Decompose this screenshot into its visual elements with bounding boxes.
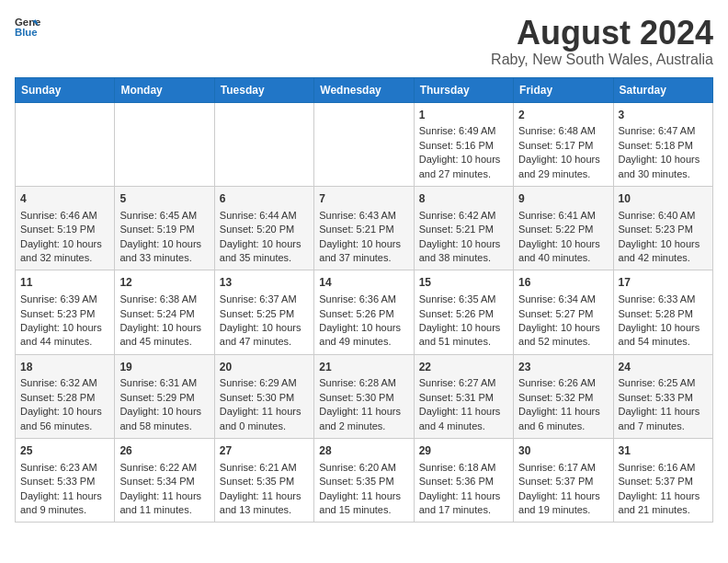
day-number: 1 bbox=[419, 108, 508, 123]
day-info: Daylight: 11 hours bbox=[518, 405, 608, 419]
header-cell-monday: Monday bbox=[115, 77, 214, 102]
day-info: Sunrise: 6:20 AM bbox=[319, 461, 408, 475]
title-block: August 2024 Raby, New South Wales, Austr… bbox=[491, 15, 713, 68]
day-number: 13 bbox=[220, 275, 309, 291]
header-row: SundayMondayTuesdayWednesdayThursdayFrid… bbox=[16, 77, 713, 102]
week-row-4: 18Sunrise: 6:32 AMSunset: 5:28 PMDayligh… bbox=[16, 354, 713, 438]
day-info: Sunset: 5:21 PM bbox=[419, 223, 508, 236]
day-info: Sunrise: 6:22 AM bbox=[119, 461, 209, 475]
day-info: Sunset: 5:36 PM bbox=[419, 475, 508, 488]
day-number: 21 bbox=[319, 360, 408, 375]
day-cell: 16Sunrise: 6:34 AMSunset: 5:27 PMDayligh… bbox=[514, 270, 613, 354]
header-cell-tuesday: Tuesday bbox=[214, 77, 313, 102]
day-info: Sunrise: 6:26 AM bbox=[518, 376, 608, 390]
header-cell-wednesday: Wednesday bbox=[314, 77, 414, 102]
calendar-subtitle: Raby, New South Wales, Australia bbox=[491, 52, 713, 68]
day-info: Sunset: 5:26 PM bbox=[319, 307, 408, 321]
calendar-table: SundayMondayTuesdayWednesdayThursdayFrid… bbox=[15, 77, 713, 523]
header-cell-thursday: Thursday bbox=[414, 77, 513, 102]
day-info: Sunrise: 6:36 AM bbox=[319, 293, 408, 306]
day-cell: 11Sunrise: 6:39 AMSunset: 5:23 PMDayligh… bbox=[16, 270, 115, 354]
day-info: Sunrise: 6:38 AM bbox=[119, 293, 209, 306]
day-cell: 15Sunrise: 6:35 AMSunset: 5:26 PMDayligh… bbox=[414, 270, 513, 354]
day-info: Sunrise: 6:28 AM bbox=[319, 376, 408, 390]
day-cell: 14Sunrise: 6:36 AMSunset: 5:26 PMDayligh… bbox=[314, 270, 414, 354]
day-number: 2 bbox=[518, 108, 608, 123]
day-cell: 17Sunrise: 6:33 AMSunset: 5:28 PMDayligh… bbox=[613, 270, 712, 354]
day-info: Daylight: 11 hours bbox=[220, 405, 309, 419]
day-info: Sunrise: 6:33 AM bbox=[619, 293, 708, 306]
day-info: Sunset: 5:21 PM bbox=[319, 223, 408, 236]
day-number: 27 bbox=[220, 443, 309, 459]
day-cell: 9Sunrise: 6:41 AMSunset: 5:22 PMDaylight… bbox=[514, 186, 613, 270]
day-info: Sunset: 5:26 PM bbox=[419, 307, 508, 321]
day-info: Daylight: 10 hours bbox=[119, 405, 209, 419]
header-cell-sunday: Sunday bbox=[16, 77, 115, 102]
day-info: Sunset: 5:35 PM bbox=[220, 475, 309, 488]
day-info: Sunrise: 6:27 AM bbox=[419, 376, 508, 390]
day-info: Sunset: 5:25 PM bbox=[220, 307, 309, 321]
day-info: Sunset: 5:34 PM bbox=[119, 475, 209, 488]
day-info: Sunrise: 6:18 AM bbox=[419, 461, 508, 475]
day-info: Sunrise: 6:37 AM bbox=[220, 293, 309, 306]
day-cell: 27Sunrise: 6:21 AMSunset: 5:35 PMDayligh… bbox=[214, 439, 313, 523]
day-info: Daylight: 10 hours bbox=[119, 321, 209, 335]
day-info: Daylight: 10 hours bbox=[419, 321, 508, 335]
day-info: Sunset: 5:28 PM bbox=[619, 307, 708, 321]
day-info: Daylight: 11 hours bbox=[619, 489, 708, 503]
day-number: 16 bbox=[518, 275, 608, 291]
day-info: and 35 minutes. bbox=[220, 251, 309, 265]
day-info: and 27 minutes. bbox=[419, 167, 508, 181]
day-info: Daylight: 11 hours bbox=[419, 489, 508, 503]
day-number: 12 bbox=[119, 275, 209, 291]
day-cell: 23Sunrise: 6:26 AMSunset: 5:32 PMDayligh… bbox=[514, 354, 613, 438]
day-cell bbox=[214, 102, 313, 186]
day-cell: 5Sunrise: 6:45 AMSunset: 5:19 PMDaylight… bbox=[115, 186, 214, 270]
day-info: Sunrise: 6:41 AM bbox=[518, 209, 608, 223]
header-cell-saturday: Saturday bbox=[613, 77, 712, 102]
day-info: and 7 minutes. bbox=[619, 419, 708, 433]
day-cell bbox=[16, 102, 115, 186]
day-info: Daylight: 10 hours bbox=[20, 405, 109, 419]
day-cell: 26Sunrise: 6:22 AMSunset: 5:34 PMDayligh… bbox=[115, 439, 214, 523]
day-info: Daylight: 10 hours bbox=[619, 153, 708, 167]
day-info: Sunset: 5:33 PM bbox=[20, 475, 109, 488]
day-info: Sunset: 5:24 PM bbox=[119, 307, 209, 321]
day-cell: 31Sunrise: 6:16 AMSunset: 5:37 PMDayligh… bbox=[613, 439, 712, 523]
day-info: Sunset: 5:16 PM bbox=[419, 139, 508, 153]
day-number: 28 bbox=[319, 443, 408, 459]
day-info: and 45 minutes. bbox=[119, 335, 209, 349]
day-info: and 51 minutes. bbox=[419, 335, 508, 349]
day-info: and 11 minutes. bbox=[119, 503, 209, 517]
day-number: 31 bbox=[619, 443, 708, 459]
day-info: and 49 minutes. bbox=[319, 335, 408, 349]
day-info: Sunset: 5:30 PM bbox=[220, 391, 309, 405]
day-info: Daylight: 11 hours bbox=[419, 405, 508, 419]
day-info: Sunrise: 6:42 AM bbox=[419, 209, 508, 223]
day-cell: 22Sunrise: 6:27 AMSunset: 5:31 PMDayligh… bbox=[414, 354, 513, 438]
day-cell: 13Sunrise: 6:37 AMSunset: 5:25 PMDayligh… bbox=[214, 270, 313, 354]
day-info: and 37 minutes. bbox=[319, 251, 408, 265]
day-info: and 42 minutes. bbox=[619, 251, 708, 265]
day-info: Sunrise: 6:16 AM bbox=[619, 461, 708, 475]
day-info: Sunset: 5:32 PM bbox=[518, 391, 608, 405]
day-number: 17 bbox=[619, 275, 708, 291]
day-number: 19 bbox=[119, 360, 209, 375]
day-number: 22 bbox=[419, 360, 508, 375]
day-info: Daylight: 10 hours bbox=[619, 237, 708, 251]
day-info: Daylight: 10 hours bbox=[518, 321, 608, 335]
day-info: Daylight: 10 hours bbox=[518, 237, 608, 251]
day-info: Sunset: 5:28 PM bbox=[20, 391, 109, 405]
day-info: and 32 minutes. bbox=[20, 251, 109, 265]
logo: General Blue bbox=[15, 15, 40, 40]
page-header: General Blue August 2024 Raby, New South… bbox=[15, 15, 713, 68]
day-info: Sunset: 5:17 PM bbox=[518, 139, 608, 153]
day-cell: 1Sunrise: 6:49 AMSunset: 5:16 PMDaylight… bbox=[414, 102, 513, 186]
day-info: Daylight: 10 hours bbox=[20, 321, 109, 335]
day-info: Sunrise: 6:23 AM bbox=[20, 461, 109, 475]
day-info: Sunset: 5:19 PM bbox=[20, 223, 109, 236]
day-cell: 28Sunrise: 6:20 AMSunset: 5:35 PMDayligh… bbox=[314, 439, 414, 523]
day-cell: 18Sunrise: 6:32 AMSunset: 5:28 PMDayligh… bbox=[16, 354, 115, 438]
day-info: and 44 minutes. bbox=[20, 335, 109, 349]
day-cell: 8Sunrise: 6:42 AMSunset: 5:21 PMDaylight… bbox=[414, 186, 513, 270]
